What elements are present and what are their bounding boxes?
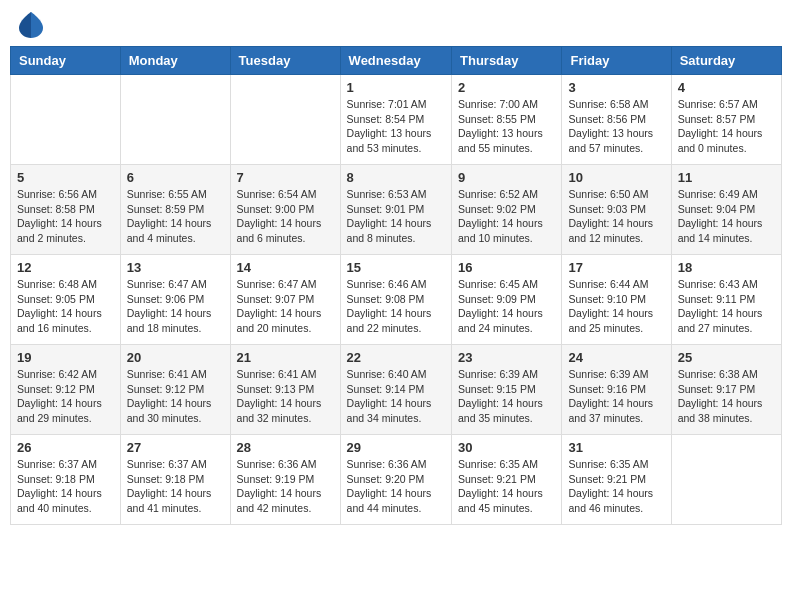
day-info: Sunrise: 6:43 AMSunset: 9:11 PMDaylight:… xyxy=(678,277,775,336)
day-info: Sunrise: 6:37 AMSunset: 9:18 PMDaylight:… xyxy=(127,457,224,516)
day-number: 15 xyxy=(347,260,445,275)
day-number: 31 xyxy=(568,440,664,455)
day-number: 9 xyxy=(458,170,555,185)
calendar-week-2: 5Sunrise: 6:56 AMSunset: 8:58 PMDaylight… xyxy=(11,165,782,255)
day-number: 24 xyxy=(568,350,664,365)
day-info: Sunrise: 6:47 AMSunset: 9:06 PMDaylight:… xyxy=(127,277,224,336)
day-number: 17 xyxy=(568,260,664,275)
day-number: 7 xyxy=(237,170,334,185)
day-number: 14 xyxy=(237,260,334,275)
calendar-cell: 17Sunrise: 6:44 AMSunset: 9:10 PMDayligh… xyxy=(562,255,671,345)
calendar-header-saturday: Saturday xyxy=(671,47,781,75)
calendar-cell xyxy=(230,75,340,165)
calendar-header-sunday: Sunday xyxy=(11,47,121,75)
day-number: 20 xyxy=(127,350,224,365)
calendar-cell: 7Sunrise: 6:54 AMSunset: 9:00 PMDaylight… xyxy=(230,165,340,255)
day-number: 3 xyxy=(568,80,664,95)
day-info: Sunrise: 6:44 AMSunset: 9:10 PMDaylight:… xyxy=(568,277,664,336)
calendar-week-5: 26Sunrise: 6:37 AMSunset: 9:18 PMDayligh… xyxy=(11,435,782,525)
day-info: Sunrise: 6:36 AMSunset: 9:19 PMDaylight:… xyxy=(237,457,334,516)
day-number: 16 xyxy=(458,260,555,275)
day-info: Sunrise: 6:55 AMSunset: 8:59 PMDaylight:… xyxy=(127,187,224,246)
calendar-cell: 27Sunrise: 6:37 AMSunset: 9:18 PMDayligh… xyxy=(120,435,230,525)
calendar-week-3: 12Sunrise: 6:48 AMSunset: 9:05 PMDayligh… xyxy=(11,255,782,345)
calendar-cell: 13Sunrise: 6:47 AMSunset: 9:06 PMDayligh… xyxy=(120,255,230,345)
day-number: 12 xyxy=(17,260,114,275)
day-info: Sunrise: 6:57 AMSunset: 8:57 PMDaylight:… xyxy=(678,97,775,156)
day-number: 6 xyxy=(127,170,224,185)
day-number: 5 xyxy=(17,170,114,185)
calendar-table: SundayMondayTuesdayWednesdayThursdayFrid… xyxy=(10,46,782,525)
day-info: Sunrise: 6:50 AMSunset: 9:03 PMDaylight:… xyxy=(568,187,664,246)
day-number: 11 xyxy=(678,170,775,185)
day-number: 27 xyxy=(127,440,224,455)
calendar-cell: 24Sunrise: 6:39 AMSunset: 9:16 PMDayligh… xyxy=(562,345,671,435)
calendar-week-1: 1Sunrise: 7:01 AMSunset: 8:54 PMDaylight… xyxy=(11,75,782,165)
day-info: Sunrise: 6:53 AMSunset: 9:01 PMDaylight:… xyxy=(347,187,445,246)
calendar-cell: 8Sunrise: 6:53 AMSunset: 9:01 PMDaylight… xyxy=(340,165,451,255)
day-info: Sunrise: 6:41 AMSunset: 9:13 PMDaylight:… xyxy=(237,367,334,426)
calendar-cell: 10Sunrise: 6:50 AMSunset: 9:03 PMDayligh… xyxy=(562,165,671,255)
day-info: Sunrise: 6:42 AMSunset: 9:12 PMDaylight:… xyxy=(17,367,114,426)
day-number: 10 xyxy=(568,170,664,185)
calendar-cell: 20Sunrise: 6:41 AMSunset: 9:12 PMDayligh… xyxy=(120,345,230,435)
calendar-cell: 19Sunrise: 6:42 AMSunset: 9:12 PMDayligh… xyxy=(11,345,121,435)
day-number: 19 xyxy=(17,350,114,365)
calendar-header-tuesday: Tuesday xyxy=(230,47,340,75)
day-number: 2 xyxy=(458,80,555,95)
calendar-cell xyxy=(671,435,781,525)
day-number: 8 xyxy=(347,170,445,185)
day-number: 28 xyxy=(237,440,334,455)
calendar-cell: 16Sunrise: 6:45 AMSunset: 9:09 PMDayligh… xyxy=(452,255,562,345)
calendar-header-wednesday: Wednesday xyxy=(340,47,451,75)
day-number: 1 xyxy=(347,80,445,95)
day-info: Sunrise: 6:35 AMSunset: 9:21 PMDaylight:… xyxy=(458,457,555,516)
calendar-cell: 6Sunrise: 6:55 AMSunset: 8:59 PMDaylight… xyxy=(120,165,230,255)
calendar-cell: 29Sunrise: 6:36 AMSunset: 9:20 PMDayligh… xyxy=(340,435,451,525)
logo-icon xyxy=(17,10,45,38)
day-info: Sunrise: 6:45 AMSunset: 9:09 PMDaylight:… xyxy=(458,277,555,336)
day-number: 23 xyxy=(458,350,555,365)
day-info: Sunrise: 6:58 AMSunset: 8:56 PMDaylight:… xyxy=(568,97,664,156)
day-number: 29 xyxy=(347,440,445,455)
calendar-cell: 18Sunrise: 6:43 AMSunset: 9:11 PMDayligh… xyxy=(671,255,781,345)
day-info: Sunrise: 6:39 AMSunset: 9:16 PMDaylight:… xyxy=(568,367,664,426)
calendar-cell: 30Sunrise: 6:35 AMSunset: 9:21 PMDayligh… xyxy=(452,435,562,525)
day-info: Sunrise: 6:54 AMSunset: 9:00 PMDaylight:… xyxy=(237,187,334,246)
day-info: Sunrise: 6:38 AMSunset: 9:17 PMDaylight:… xyxy=(678,367,775,426)
calendar-header-monday: Monday xyxy=(120,47,230,75)
day-info: Sunrise: 6:48 AMSunset: 9:05 PMDaylight:… xyxy=(17,277,114,336)
day-number: 22 xyxy=(347,350,445,365)
calendar-cell: 28Sunrise: 6:36 AMSunset: 9:19 PMDayligh… xyxy=(230,435,340,525)
calendar-header-thursday: Thursday xyxy=(452,47,562,75)
day-number: 25 xyxy=(678,350,775,365)
day-info: Sunrise: 6:46 AMSunset: 9:08 PMDaylight:… xyxy=(347,277,445,336)
day-info: Sunrise: 6:35 AMSunset: 9:21 PMDaylight:… xyxy=(568,457,664,516)
day-info: Sunrise: 6:49 AMSunset: 9:04 PMDaylight:… xyxy=(678,187,775,246)
day-info: Sunrise: 6:37 AMSunset: 9:18 PMDaylight:… xyxy=(17,457,114,516)
day-number: 21 xyxy=(237,350,334,365)
day-info: Sunrise: 7:00 AMSunset: 8:55 PMDaylight:… xyxy=(458,97,555,156)
calendar-cell xyxy=(120,75,230,165)
calendar-cell: 11Sunrise: 6:49 AMSunset: 9:04 PMDayligh… xyxy=(671,165,781,255)
page-header xyxy=(10,10,782,38)
calendar-cell: 15Sunrise: 6:46 AMSunset: 9:08 PMDayligh… xyxy=(340,255,451,345)
calendar-cell: 22Sunrise: 6:40 AMSunset: 9:14 PMDayligh… xyxy=(340,345,451,435)
calendar-cell: 31Sunrise: 6:35 AMSunset: 9:21 PMDayligh… xyxy=(562,435,671,525)
calendar-cell: 12Sunrise: 6:48 AMSunset: 9:05 PMDayligh… xyxy=(11,255,121,345)
calendar-cell xyxy=(11,75,121,165)
calendar-cell: 23Sunrise: 6:39 AMSunset: 9:15 PMDayligh… xyxy=(452,345,562,435)
calendar-cell: 21Sunrise: 6:41 AMSunset: 9:13 PMDayligh… xyxy=(230,345,340,435)
calendar-cell: 1Sunrise: 7:01 AMSunset: 8:54 PMDaylight… xyxy=(340,75,451,165)
calendar-cell: 2Sunrise: 7:00 AMSunset: 8:55 PMDaylight… xyxy=(452,75,562,165)
calendar-header-row: SundayMondayTuesdayWednesdayThursdayFrid… xyxy=(11,47,782,75)
day-info: Sunrise: 7:01 AMSunset: 8:54 PMDaylight:… xyxy=(347,97,445,156)
day-number: 26 xyxy=(17,440,114,455)
day-info: Sunrise: 6:56 AMSunset: 8:58 PMDaylight:… xyxy=(17,187,114,246)
day-number: 13 xyxy=(127,260,224,275)
day-info: Sunrise: 6:40 AMSunset: 9:14 PMDaylight:… xyxy=(347,367,445,426)
calendar-week-4: 19Sunrise: 6:42 AMSunset: 9:12 PMDayligh… xyxy=(11,345,782,435)
calendar-cell: 4Sunrise: 6:57 AMSunset: 8:57 PMDaylight… xyxy=(671,75,781,165)
calendar-cell: 3Sunrise: 6:58 AMSunset: 8:56 PMDaylight… xyxy=(562,75,671,165)
logo xyxy=(14,10,45,38)
